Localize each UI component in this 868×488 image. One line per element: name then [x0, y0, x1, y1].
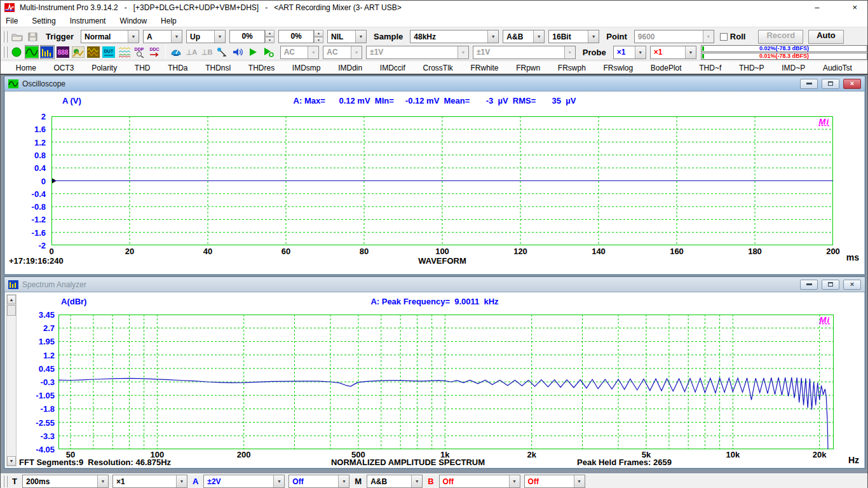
- restore-icon[interactable]: [822, 79, 839, 89]
- toolbar-grip[interactable]: [6, 31, 8, 43]
- tab-thdnsl[interactable]: THDnsl: [203, 62, 233, 74]
- menu-file[interactable]: File: [6, 17, 18, 25]
- sampling-channels-select[interactable]: A&B▼: [503, 30, 545, 43]
- menu-instrument[interactable]: Instrument: [70, 17, 106, 25]
- trigger-mode-select[interactable]: Normal▼: [81, 30, 139, 43]
- run-stop-button[interactable]: [10, 45, 24, 59]
- tab-thd-p[interactable]: THD~P: [736, 62, 767, 74]
- trigger-hpf-select[interactable]: NIL▼: [327, 30, 367, 43]
- channel-b-range-select[interactable]: Off▼: [439, 475, 520, 488]
- spectrum-plot[interactable]: Mi: [58, 315, 834, 449]
- tab-imdsmp[interactable]: IMDsmp: [290, 62, 323, 74]
- menu-setting[interactable]: Setting: [32, 17, 55, 25]
- toolbar-grip[interactable]: [3, 476, 4, 487]
- tab-imd-p[interactable]: IMD~P: [779, 62, 808, 74]
- signal-generator-icon-button[interactable]: [86, 45, 100, 59]
- play-loop-icon-button[interactable]: [261, 45, 275, 59]
- tab-thdres[interactable]: THDres: [246, 62, 277, 74]
- oscilloscope-y-ticks: 21.61.20.80.40-0.4-0.8-1.2-1.6-2: [5, 116, 48, 245]
- mi-logo: Mi: [819, 117, 829, 126]
- auto-button[interactable]: Auto: [808, 30, 844, 44]
- spectrum-analyzer-icon-button[interactable]: [40, 45, 54, 59]
- probe-a-select[interactable]: ×1▼: [613, 46, 646, 59]
- channel-b-label: B: [428, 477, 433, 486]
- tab-thd-f[interactable]: THD~f: [696, 62, 724, 74]
- ddc-icon-button[interactable]: DDC: [148, 45, 162, 59]
- spectrum-x-unit: Hz: [848, 455, 859, 465]
- save-file-button[interactable]: [25, 30, 40, 44]
- toolbar-grip[interactable]: [6, 476, 8, 487]
- oscilloscope-titlebar[interactable]: Oscilloscope ×: [4, 76, 865, 92]
- device-test-plan-icon-button[interactable]: DUT: [102, 45, 116, 59]
- close-icon[interactable]: ×: [852, 1, 857, 14]
- toolbar-separator: [165, 46, 166, 58]
- spectrum-analyzer-window: Spectrum Analyzer × ▲ ▼ A(dBr) A: Peak F…: [4, 276, 865, 469]
- tab-thda[interactable]: THDa: [165, 62, 190, 74]
- menu-help[interactable]: Help: [161, 17, 177, 25]
- close-icon[interactable]: ×: [843, 79, 861, 89]
- probe-b-select[interactable]: ×1▼: [650, 46, 696, 59]
- channel-a-range-select[interactable]: ±2V▼: [203, 475, 285, 488]
- tab-frwhite[interactable]: FRwhite: [468, 62, 501, 74]
- toolbar-grip[interactable]: [3, 31, 4, 43]
- oscilloscope-icon-button[interactable]: [25, 45, 39, 59]
- scroll-down-icon[interactable]: ▼: [7, 456, 16, 466]
- tab-oct3[interactable]: OCT3: [51, 62, 77, 74]
- sampling-bits-select[interactable]: 16Bit▼: [548, 30, 599, 43]
- sweep-time-select[interactable]: 200ms▼: [22, 475, 109, 488]
- trigger-label: Trigger: [46, 32, 74, 41]
- tab-crosstlk[interactable]: CrossTlk: [421, 62, 456, 74]
- data-point-processing-icon-button[interactable]: DDP: [133, 45, 147, 59]
- tab-imdccif[interactable]: IMDccif: [377, 62, 408, 74]
- chevron-down-icon: ▼: [574, 475, 585, 487]
- tab-frpwn[interactable]: FRpwn: [513, 62, 543, 74]
- minimize-icon[interactable]: [800, 79, 818, 89]
- probe-pointer-icon-button[interactable]: [215, 45, 229, 59]
- y-tick-label: 3.45: [15, 310, 55, 320]
- svg-text:DDC: DDC: [149, 47, 159, 51]
- trigger-delay-stepper[interactable]: 0%▲▼: [278, 30, 323, 43]
- multimeter-icon-button[interactable]: 888: [56, 45, 70, 59]
- tab-imddin[interactable]: IMDdin: [336, 62, 365, 74]
- menu-window[interactable]: Window: [119, 17, 147, 25]
- derived-data-set-icon-button[interactable]: [117, 45, 131, 59]
- x-tick-label: 180: [748, 247, 762, 256]
- trigger-level-stepper[interactable]: 0%▲▼: [229, 30, 275, 43]
- play-icon-button[interactable]: [246, 45, 260, 59]
- toolbar-grip[interactable]: [3, 46, 4, 58]
- sweep-multiplier-select[interactable]: ×1▼: [112, 475, 187, 488]
- tab-thd[interactable]: THD: [132, 62, 153, 74]
- minimize-icon[interactable]: [800, 280, 818, 290]
- mode-channels-select[interactable]: A&B▼: [367, 475, 423, 488]
- spectrum-window-icon: [8, 280, 18, 289]
- tab-bodeplot[interactable]: BodePlot: [648, 62, 684, 74]
- tab-polarity[interactable]: Polarity: [89, 62, 119, 74]
- close-icon[interactable]: ×: [843, 280, 861, 290]
- gauge-icon-button[interactable]: [169, 45, 183, 59]
- channel-b-option-select[interactable]: Off▼: [524, 475, 585, 488]
- spectrum-titlebar[interactable]: Spectrum Analyzer ×: [4, 277, 865, 292]
- tab-frswph[interactable]: FRswph: [555, 62, 588, 74]
- y-tick-label: -4.05: [15, 445, 55, 454]
- oscilloscope-plot[interactable]: Mi: [51, 116, 833, 245]
- spectrogram-icon-button[interactable]: [71, 45, 85, 59]
- tab-frswlog[interactable]: FRswlog: [601, 62, 636, 74]
- y-tick-label: 2: [3, 112, 46, 121]
- toolbar-grip[interactable]: [6, 46, 8, 58]
- trigger-source-select[interactable]: A▼: [143, 30, 182, 43]
- minimize-icon[interactable]: –: [815, 1, 819, 14]
- oscilloscope-window-icon: [8, 79, 18, 88]
- sound-output-icon-button[interactable]: [231, 45, 245, 59]
- sampling-rate-select[interactable]: 48kHz▼: [410, 30, 499, 43]
- open-file-button[interactable]: [10, 30, 24, 44]
- trigger-edge-select[interactable]: Up▼: [186, 30, 226, 43]
- chevron-down-icon: ▼: [564, 46, 575, 58]
- oscilloscope-window: Oscilloscope × A (V) A: Max= 0.12 mV MIn…: [4, 76, 865, 275]
- channel-a-option-select[interactable]: Off▼: [288, 475, 349, 488]
- app-window: Multi-Instrument Pro 3.9.14.2 - [+3DP+DL…: [0, 0, 868, 488]
- tab-home[interactable]: Home: [13, 62, 39, 74]
- chevron-down-icon: ▼: [685, 46, 696, 58]
- roll-checkbox[interactable]: Roll: [720, 32, 746, 41]
- restore-icon[interactable]: [822, 280, 839, 290]
- tab-audiotst[interactable]: AudioTst: [820, 62, 855, 74]
